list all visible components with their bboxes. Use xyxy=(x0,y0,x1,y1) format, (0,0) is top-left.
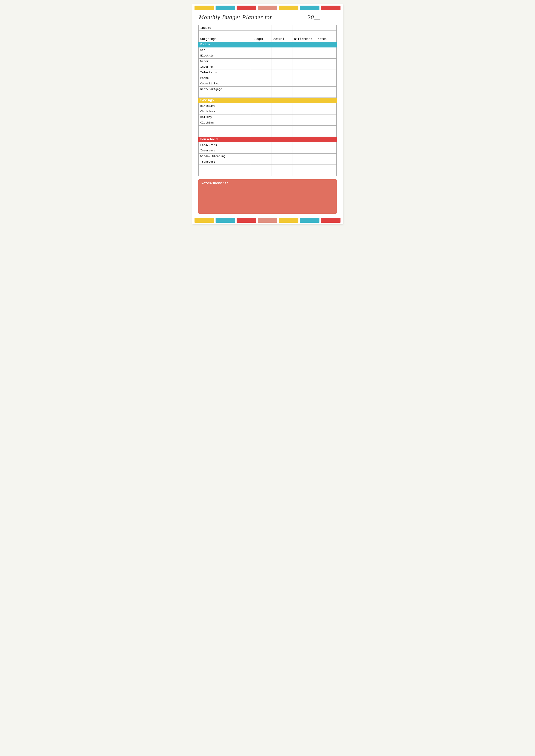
title-year-prefix: 20 xyxy=(308,14,314,20)
budget-table: Income: Outgoings Budget Actual Differen… xyxy=(198,25,337,176)
row-phone-label: Phone xyxy=(199,75,251,81)
row-internet-label: Internet xyxy=(199,64,251,70)
row-phone: Phone xyxy=(199,75,337,81)
bar-yellow-1 xyxy=(194,6,214,10)
row-birthdays: Birthdays xyxy=(199,103,337,109)
bar-bottom-red-2 xyxy=(321,218,341,223)
title-blank xyxy=(275,14,305,21)
col-outgoings: Outgoings xyxy=(199,36,251,42)
spacer-after-income xyxy=(199,31,337,36)
row-television: Television xyxy=(199,70,337,75)
bar-teal-1 xyxy=(215,6,235,10)
bar-yellow-2 xyxy=(279,6,298,10)
row-council-tax-label: Council Tax xyxy=(199,81,251,87)
row-rent-mortgage-label: Rent/Mortgage xyxy=(199,87,251,92)
row-christmas: Christmas xyxy=(199,109,337,114)
notes-section[interactable]: Notes/Comments xyxy=(198,179,337,214)
row-electric-label: Electric xyxy=(199,53,251,59)
col-difference: Difference xyxy=(293,36,316,42)
savings-empty-1 xyxy=(199,126,337,131)
page: Monthly Budget Planner for 20__ Income: xyxy=(192,4,343,224)
bar-salmon-1 xyxy=(258,6,277,10)
row-birthdays-label: Birthdays xyxy=(199,103,251,109)
bar-bottom-teal-2 xyxy=(300,218,320,223)
bar-bottom-yellow-2 xyxy=(279,218,298,223)
row-insurance: Insurance xyxy=(199,148,337,154)
budget-table-wrapper: Income: Outgoings Budget Actual Differen… xyxy=(192,25,343,176)
savings-header-row: Savings xyxy=(199,98,337,103)
bar-red-2 xyxy=(321,6,341,10)
household-header-label: Household xyxy=(199,137,337,142)
row-food-drink-label: Food/Drink xyxy=(199,142,251,148)
row-gas-actual[interactable] xyxy=(271,47,292,53)
row-holiday: Holiday xyxy=(199,114,337,120)
household-header-row: Household xyxy=(199,137,337,142)
row-clothing-label: Clothing xyxy=(199,120,251,126)
row-christmas-label: Christmas xyxy=(199,109,251,114)
bills-header-label: Bills xyxy=(199,42,337,47)
bar-bottom-salmon-1 xyxy=(258,218,277,223)
row-television-label: Television xyxy=(199,70,251,75)
main-title: Monthly Budget Planner for 20__ xyxy=(199,14,336,21)
bar-bottom-red-1 xyxy=(237,218,256,223)
row-council-tax: Council Tax xyxy=(199,81,337,87)
row-water: Water xyxy=(199,59,337,64)
row-window-cleaning: Window Cleaning xyxy=(199,154,337,159)
row-holiday-label: Holiday xyxy=(199,114,251,120)
col-actual: Actual xyxy=(271,36,292,42)
income-diff[interactable] xyxy=(293,25,316,31)
row-electric: Electric xyxy=(199,53,337,59)
row-insurance-label: Insurance xyxy=(199,148,251,154)
household-empty-2 xyxy=(199,170,337,176)
savings-empty-2 xyxy=(199,131,337,137)
row-transport: Transport xyxy=(199,159,337,165)
bottom-color-bar xyxy=(192,218,343,224)
bills-header-row: Bills xyxy=(199,42,337,47)
row-gas-budget[interactable] xyxy=(251,47,271,53)
row-transport-label: Transport xyxy=(199,159,251,165)
savings-header-label: Savings xyxy=(199,98,337,103)
bar-bottom-teal-1 xyxy=(215,218,235,223)
notes-label: Notes/Comments xyxy=(201,182,334,185)
household-empty-1 xyxy=(199,165,337,170)
bills-empty-1 xyxy=(199,92,337,98)
row-gas: Gas xyxy=(199,47,337,53)
col-budget: Budget xyxy=(251,36,271,42)
income-budget[interactable] xyxy=(251,25,271,31)
row-food-drink: Food/Drink xyxy=(199,142,337,148)
bar-bottom-yellow-1 xyxy=(194,218,214,223)
row-gas-diff[interactable] xyxy=(293,47,316,53)
income-row: Income: xyxy=(199,25,337,31)
bar-red-1 xyxy=(237,6,256,10)
row-window-cleaning-label: Window Cleaning xyxy=(199,154,251,159)
row-rent-mortgage: Rent/Mortgage xyxy=(199,87,337,92)
row-internet: Internet xyxy=(199,64,337,70)
bar-teal-2 xyxy=(300,6,320,10)
title-prefix: Monthly Budget Planner for xyxy=(199,14,272,20)
title-year-blank: __ xyxy=(314,14,321,20)
column-headers: Outgoings Budget Actual Difference Notes xyxy=(199,36,337,42)
title-area: Monthly Budget Planner for 20__ xyxy=(192,10,343,23)
income-actual[interactable] xyxy=(271,25,292,31)
row-water-label: Water xyxy=(199,59,251,64)
row-gas-notes[interactable] xyxy=(316,47,336,53)
bottom-spacer xyxy=(192,214,343,218)
income-label: Income: xyxy=(199,25,251,31)
row-gas-label: Gas xyxy=(199,47,251,53)
row-clothing: Clothing xyxy=(199,120,337,126)
income-notes[interactable] xyxy=(316,25,336,31)
top-color-bar xyxy=(192,4,343,10)
col-notes: Notes xyxy=(316,36,336,42)
